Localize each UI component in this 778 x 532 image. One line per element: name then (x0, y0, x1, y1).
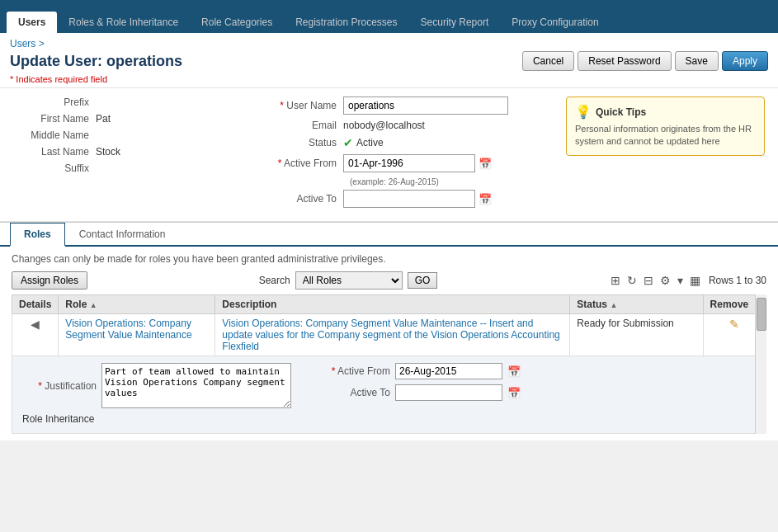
first-name-row: First Name Pat (13, 113, 244, 125)
tab-roles[interactable]: Roles & Role Inheritance (57, 12, 190, 33)
first-name-label: First Name (13, 113, 96, 125)
columns-icon[interactable]: ▦ (688, 272, 702, 289)
quick-tips-box: 💡 Quick Tips Personal information origin… (566, 97, 765, 156)
last-name-row: Last Name Stock (13, 146, 244, 158)
tab-registration[interactable]: Registration Processes (284, 12, 408, 33)
justification-row: Justification Part of team allowed to ma… (22, 363, 291, 408)
exp-active-from-cal-icon[interactable]: 📅 (507, 365, 521, 378)
search-select[interactable]: All Roles (295, 271, 403, 290)
prefix-row: Prefix (13, 97, 244, 108)
form-area: Prefix First Name Pat Middle Name Last N… (0, 88, 778, 222)
expanded-fields: Justification Part of team allowed to ma… (22, 363, 756, 408)
justification-textarea[interactable]: Part of team allowed to maintain Vision … (101, 363, 291, 408)
role-name-link[interactable]: Vision Operations: Company Segment Value… (65, 318, 191, 341)
status-value: Active (356, 137, 384, 148)
tabs-section: Roles Contact Information Changes can on… (0, 222, 778, 440)
exp-active-from-row: Active From 📅 (316, 363, 521, 379)
table-row: ◀ Vision Operations: Company Segment Val… (12, 314, 766, 356)
tab-security-report[interactable]: Security Report (409, 12, 501, 33)
breadcrumb: Users > (10, 38, 768, 49)
col-details: Details (12, 295, 59, 314)
tab-proxy-config[interactable]: Proxy Configuration (500, 12, 610, 33)
breadcrumb-users-link[interactable]: Users > (10, 38, 45, 49)
toolbar-row: Assign Roles Search All Roles GO ⊞ ↻ ⊟ ⚙… (12, 271, 766, 290)
description-cell: Vision Operations: Company Segment Value… (215, 314, 570, 356)
status-row: Status ✔ Active (261, 136, 549, 149)
quick-tips-text: Personal information originates from the… (575, 123, 756, 148)
assign-roles-button[interactable]: Assign Roles (12, 271, 87, 290)
scroll-thumb[interactable] (757, 298, 766, 331)
expanded-cell: Justification Part of team allowed to ma… (12, 356, 766, 434)
active-from-input[interactable] (343, 154, 475, 172)
form-middle: User Name Email nobody@localhost Status … (261, 97, 549, 213)
col-role[interactable]: Role ▲ (59, 295, 215, 314)
exp-active-from-input[interactable] (395, 363, 502, 379)
suffix-label: Suffix (13, 162, 96, 174)
active-from-example: (example: 26-Aug-2015) (350, 177, 549, 186)
search-select-wrapper: All Roles (295, 271, 403, 290)
page-title: Update User: operations (10, 53, 182, 70)
settings-icon[interactable]: ⚙ (658, 272, 672, 289)
reset-password-button[interactable]: Reset Password (578, 51, 671, 71)
active-from-label: Active From (261, 158, 343, 169)
go-button[interactable]: GO (408, 272, 438, 289)
quick-tips-title-text: Quick Tips (596, 106, 646, 118)
description-link[interactable]: Vision Operations: Company Segment Value… (222, 318, 559, 352)
middle-name-label: Middle Name (13, 129, 96, 141)
tab-users[interactable]: Users (7, 12, 57, 33)
details-cell: ◀ (12, 314, 59, 356)
active-to-label: Active To (261, 193, 343, 205)
toolbar-icons: ⊞ ↻ ⊟ ⚙ ▾ ▦ (609, 272, 702, 289)
lightbulb-icon: 💡 (575, 104, 592, 120)
rows-info: Rows 1 to 30 (709, 275, 766, 286)
last-name-label: Last Name (13, 146, 96, 158)
tabs-nav: Roles Contact Information (0, 223, 778, 247)
table-wrapper: Details Role ▲ Description Status ▲ Remo… (12, 294, 766, 434)
exp-active-to-cal-icon[interactable]: 📅 (507, 387, 521, 399)
active-from-date: 📅 (343, 154, 492, 172)
apply-button[interactable]: Apply (722, 51, 768, 71)
tab-contact-info[interactable]: Contact Information (65, 223, 180, 247)
user-name-label: User Name (261, 100, 343, 111)
exp-active-to-input[interactable] (395, 384, 502, 401)
exp-left: Justification Part of team allowed to ma… (22, 363, 291, 408)
expanded-row: Justification Part of team allowed to ma… (12, 356, 766, 434)
dropdown-arrow-icon[interactable]: ▾ (676, 272, 685, 289)
justification-label: Justification (22, 380, 97, 392)
cancel-button[interactable]: Cancel (522, 51, 574, 71)
roles-content: Changes can only be made for roles you h… (0, 247, 778, 440)
role-inheritance-label: Role Inheritance (22, 408, 756, 426)
table-header-row: Details Role ▲ Description Status ▲ Remo… (12, 295, 766, 314)
expand-icon[interactable]: ⊞ (609, 272, 622, 289)
tab-role-categories[interactable]: Role Categories (190, 12, 284, 33)
status-value-row: ✔ Active (343, 136, 384, 149)
toolbar-right: ⊞ ↻ ⊟ ⚙ ▾ ▦ Rows 1 to 30 (609, 272, 766, 289)
email-label: Email (261, 120, 343, 131)
user-name-input[interactable] (343, 97, 508, 115)
suffix-row: Suffix (13, 162, 244, 174)
col-status[interactable]: Status ▲ (570, 295, 703, 314)
col-description: Description (215, 295, 570, 314)
edit-remove-icon[interactable]: ✎ (729, 318, 739, 331)
toolbar-center: Search All Roles GO (259, 271, 438, 290)
details-expand-icon[interactable]: ◀ (31, 318, 40, 331)
detach-icon[interactable]: ⊟ (642, 272, 655, 289)
top-nav: Users Roles & Role Inheritance Role Cate… (0, 0, 778, 33)
form-left: Prefix First Name Pat Middle Name Last N… (13, 97, 244, 213)
active-to-row: Active To 📅 (261, 190, 549, 208)
user-name-row: User Name (261, 97, 549, 115)
active-to-calendar-icon[interactable]: 📅 (479, 193, 492, 205)
save-button[interactable]: Save (675, 51, 719, 71)
tab-roles-inner[interactable]: Roles (10, 223, 65, 247)
active-to-input[interactable] (343, 190, 475, 208)
middle-name-row: Middle Name (13, 129, 244, 141)
status-label: Status (261, 137, 343, 148)
first-name-value: Pat (96, 113, 111, 125)
role-name-cell: Vision Operations: Company Segment Value… (59, 314, 215, 356)
active-from-calendar-icon[interactable]: 📅 (479, 158, 492, 170)
exp-right: Active From 📅 Active To 📅 (316, 363, 521, 401)
refresh-icon[interactable]: ↻ (625, 272, 639, 289)
toolbar-left: Assign Roles (12, 271, 87, 290)
search-label: Search (259, 275, 290, 286)
scrollbar[interactable] (755, 294, 766, 434)
